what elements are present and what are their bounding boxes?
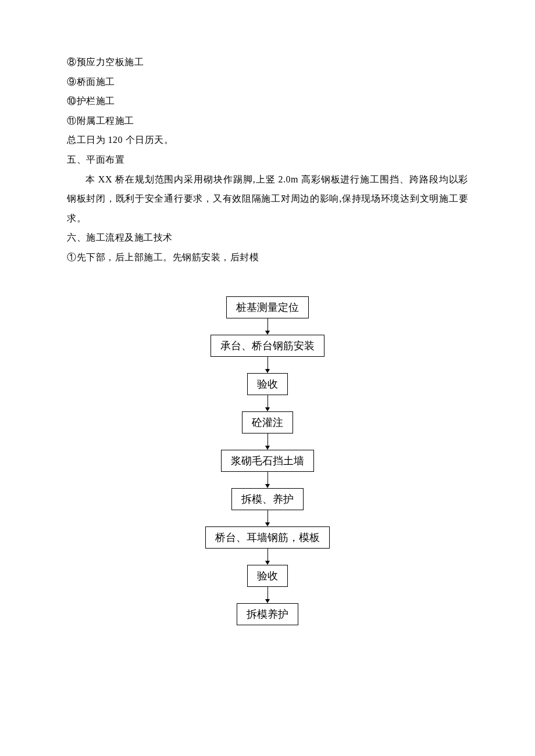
arrow-icon [268,318,268,335]
flow-step-3: 验收 [247,373,288,395]
section-6-sub: ①先下部，后上部施工。先钢筋安装，后封模 [67,248,468,267]
flow-step-1: 桩基测量定位 [226,296,309,318]
flow-step-8: 验收 [247,565,288,587]
total-days: 总工日为 120 个日历天。 [67,130,468,150]
arrow-icon [268,357,268,373]
flow-step-9: 拆模养护 [237,603,298,625]
arrow-icon [268,472,268,488]
arrow-icon [268,395,268,411]
section-5-paragraph: 本 XX 桥在规划范围内采用砌块作踢脚,上竖 2.0m 高彩钢板进行施工围挡、跨… [67,170,468,228]
section-6-title: 六、施工流程及施工技术 [67,228,468,248]
list-item: ⑪附属工程施工 [67,111,468,131]
arrow-icon [268,433,268,450]
list-item: ⑩护栏施工 [67,91,468,111]
flow-step-4: 砼灌注 [242,411,293,433]
arrow-icon [268,510,268,526]
flow-step-5: 浆砌毛石挡土墙 [221,450,314,472]
flowchart: 桩基测量定位 承台、桥台钢筋安装 验收 砼灌注 浆砌毛石挡土墙 拆模、养护 桥台… [67,296,468,625]
arrow-icon [268,549,268,565]
document-body: ⑧预应力空板施工 ⑨桥面施工 ⑩护栏施工 ⑪附属工程施工 总工日为 120 个日… [67,52,468,267]
list-item: ⑨桥面施工 [67,72,468,92]
flow-step-6: 拆模、养护 [231,488,304,510]
flow-step-7: 桥台、耳墙钢筋，模板 [205,526,330,549]
list-item: ⑧预应力空板施工 [67,52,468,72]
flow-step-2: 承台、桥台钢筋安装 [211,335,324,357]
section-5-title: 五、平面布置 [67,150,468,170]
arrow-icon [268,587,268,603]
